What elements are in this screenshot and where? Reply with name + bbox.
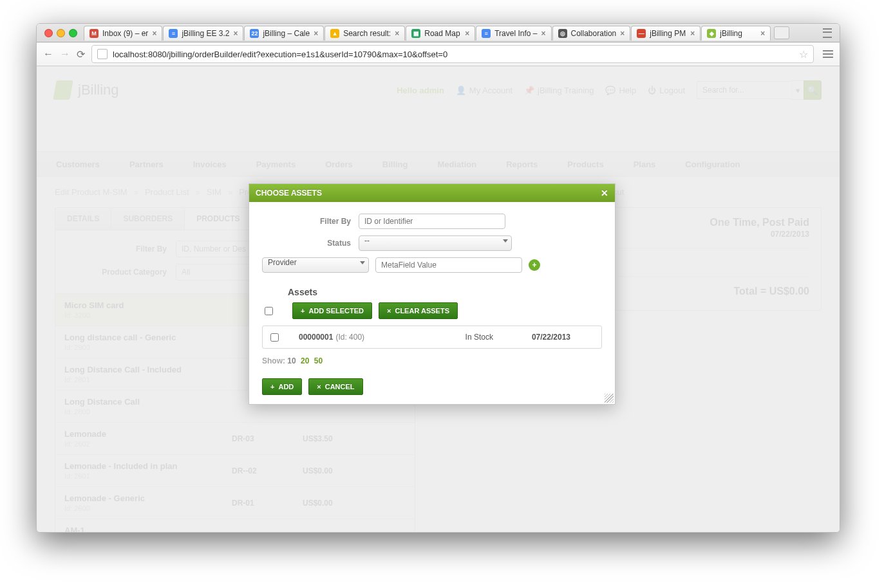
select-all-checkbox[interactable] [265,307,273,315]
plus-icon: + [301,307,305,315]
assets-heading: Assets [288,287,602,297]
browser-tab[interactable]: ≡Travel Info –× [476,26,551,41]
browser-tab[interactable]: 22jBilling – Cale× [244,26,324,41]
url-text: localhost:8080/jbilling/orderBuilder/edi… [113,50,447,59]
asset-number: 00000001 [299,333,333,342]
back-button[interactable]: ← [43,48,53,60]
chevron-down-icon [360,261,365,264]
browser-tabstrip: MInbox (9) – er×≡jBilling EE 3.2×22jBill… [37,24,840,42]
pager: Show: 10 20 50 [262,356,602,365]
show-20[interactable]: 20 [301,356,309,365]
tab-label: jBilling [720,29,757,38]
modal-filterby-input[interactable] [359,214,505,229]
browser-tab[interactable]: ▲Search result:× [324,26,405,41]
modal-title: CHOOSE ASSETS [256,188,322,198]
add-selected-button[interactable]: +ADD SELECTED [292,302,372,319]
tab-close-icon[interactable]: × [690,29,695,38]
cancel-button[interactable]: ×CANCEL [308,378,362,395]
plus-icon: + [270,383,274,390]
browser-tab[interactable]: ▦Road Map× [406,26,475,41]
page-viewport: jBilling Hello admin 👤My Account 📌jBilli… [37,66,840,533]
add-metafield-icon[interactable]: + [529,259,540,271]
page-icon [97,49,108,59]
reload-button[interactable]: ⟳ [77,48,85,60]
x-icon: × [387,307,391,315]
browser-toolbar: ← → ⟳ localhost:8080/jbilling/orderBuild… [37,42,840,66]
favicon-icon: ◆ [707,29,716,38]
modal-metafield-input[interactable] [375,257,522,273]
address-bar[interactable]: localhost:8080/jbilling/orderBuilder/edi… [91,45,814,63]
new-tab-button[interactable] [774,26,789,39]
favicon-icon: ◎ [558,29,567,38]
chevron-down-icon [503,239,508,243]
zoom-window-icon[interactable] [69,29,77,37]
choose-assets-modal: CHOOSE ASSETS ✕ Filter By Status -- Prov… [249,183,616,405]
show-label: Show: [262,356,285,365]
tab-close-icon[interactable]: × [620,29,625,38]
tab-label: jBilling EE 3.2 [182,29,229,38]
asset-date: 07/22/2013 [532,333,570,342]
resize-handle-icon[interactable] [605,394,614,403]
x-icon: × [317,383,321,390]
browser-menu-icon[interactable] [823,53,833,55]
show-50[interactable]: 50 [314,356,323,365]
browser-tab[interactable]: MInbox (9) – er× [84,26,162,41]
clear-assets-button[interactable]: ×CLEAR ASSETS [379,302,458,319]
asset-checkbox[interactable] [270,333,279,342]
favicon-icon: — [637,29,646,38]
minimize-window-icon[interactable] [57,29,65,37]
modal-close-icon[interactable]: ✕ [601,188,608,198]
favicon-icon: ≡ [482,29,491,38]
browser-tab[interactable]: ◎Collaboration× [552,26,631,41]
close-window-icon[interactable] [44,29,53,37]
tab-close-icon[interactable]: × [233,29,238,38]
asset-status: In Stock [465,333,493,342]
tab-label: Search result: [343,29,391,38]
browser-window: MInbox (9) – er×≡jBilling EE 3.2×22jBill… [36,23,840,533]
favicon-icon: ▦ [411,29,420,38]
tab-label: jBilling PM [650,29,686,38]
browser-tab[interactable]: ◆jBilling× [701,26,771,41]
tab-close-icon[interactable]: × [314,29,318,38]
modal-filterby-label: Filter By [262,217,359,226]
forward-button: → [60,48,70,60]
tab-label: Travel Info – [494,29,537,38]
asset-row[interactable]: 00000001 (Id: 400) In Stock 07/22/2013 [262,326,602,349]
modal-status-select[interactable]: -- [359,235,512,251]
favicon-icon: ▲ [330,29,339,38]
window-controls[interactable] [44,29,77,37]
tab-close-icon[interactable]: × [541,29,546,38]
asset-idref: (Id: 400) [335,333,364,342]
tab-close-icon[interactable]: × [760,29,765,38]
browser-tab[interactable]: ≡jBilling EE 3.2× [163,26,243,41]
tab-label: Inbox (9) – er [102,29,148,38]
modal-status-label: Status [262,239,359,248]
show-10[interactable]: 10 [287,356,296,365]
tab-close-icon[interactable]: × [395,29,399,38]
bookmark-icon[interactable]: ☆ [799,48,808,60]
tab-label: Collaboration [571,29,617,38]
tab-overflow-icon[interactable] [823,28,832,38]
modal-metafield-select[interactable]: Provider [262,257,369,273]
tab-close-icon[interactable]: × [152,29,156,38]
favicon-icon: M [89,29,99,38]
tab-label: Road Map [424,29,461,38]
add-button[interactable]: +ADD [262,378,302,395]
favicon-icon: ≡ [169,29,178,38]
tab-label: jBilling – Cale [263,29,310,38]
modal-header: CHOOSE ASSETS ✕ [249,184,615,202]
tab-close-icon[interactable]: × [465,29,469,38]
browser-tab[interactable]: —jBilling PM× [631,26,700,41]
favicon-icon: 22 [250,29,259,38]
